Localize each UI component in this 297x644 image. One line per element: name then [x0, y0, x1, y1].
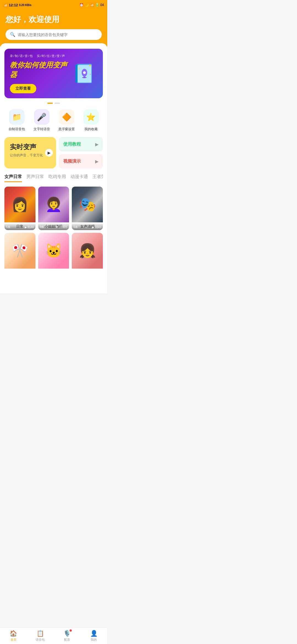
float-window-label: 悬浮窗设置	[58, 127, 75, 132]
banner[interactable]: 录/制/语/音/包 实/时/任/意/变/声 教你如何使用变声器 立即查看 ★ ★	[4, 49, 103, 98]
battery-num: 04	[100, 3, 104, 7]
search-icon: 🔍	[10, 32, 15, 37]
realtime-title: 实时变声	[10, 143, 51, 151]
pack-count-daily: 5条	[6, 225, 10, 229]
time: 12:12	[9, 3, 18, 7]
svg-text:●: ●	[90, 73, 91, 75]
pack-name-cute	[38, 269, 69, 271]
quick-icons: 📁 自制语音包 🎤 文字转语音 🔶 悬浮窗设置 ⭐ 我的收藏	[4, 109, 103, 132]
pack-image-female-sing: 🎭	[72, 187, 103, 222]
pack-name-girl3	[72, 269, 103, 271]
banner-subtitle: 录/制/语/音/包 实/时/任/意/变/声	[10, 54, 70, 58]
status-bar: 📶 12:12 0.20 KB/s ⏰ 🌙 📶 🔋 04	[0, 0, 107, 10]
search-input[interactable]	[18, 32, 97, 37]
feature-right: 使用教程 ▶ 视频演示 ▶	[59, 137, 103, 168]
packs-grid: 👩 5条 ▶ 8144 日常 👩‍🦱 9条 ▶ 10.8万 小姐姐清唱 🎭	[4, 187, 103, 271]
pack-count-female-sing: 5条	[73, 225, 78, 229]
favorites-label: 我的收藏	[84, 127, 98, 132]
text-to-speech-icon: 🎤	[37, 113, 46, 122]
tab-female-daily[interactable]: 女声日常	[4, 174, 22, 182]
pack-item-anime-girl[interactable]: 🎌	[4, 233, 35, 271]
video-label: 视频演示	[63, 159, 81, 164]
pack-plays-female-sing: ▶ 3343	[92, 226, 101, 229]
svg-text:★: ★	[89, 64, 92, 67]
category-tabs: 女声日常 男声日常 吃鸡专用 动漫卡通 王者荣耀	[4, 174, 103, 182]
video-card[interactable]: 视频演示 ▶	[59, 154, 103, 168]
wifi-icon: 📶	[90, 3, 94, 7]
dot-1[interactable]	[47, 103, 53, 104]
quick-item-custom-pack[interactable]: 📁 自制语音包	[9, 109, 25, 132]
status-left: 📶 12:12 0.20 KB/s	[3, 3, 31, 7]
banner-image: ★ ★ ●	[70, 57, 97, 90]
pack-image-anime-girl: 🎌	[4, 233, 35, 269]
custom-pack-label: 自制语音包	[9, 127, 25, 132]
tab-male-daily[interactable]: 男声日常	[26, 174, 44, 182]
realtime-voice-card[interactable]: 实时变声 让你的声音，千变万化 ▶	[4, 137, 56, 168]
network-icon: 📶	[3, 3, 8, 7]
dot-2[interactable]	[54, 103, 60, 104]
custom-pack-icon-bg: 📁	[9, 109, 24, 125]
pack-overlay-female-sing: 5条 ▶ 3343	[72, 223, 103, 230]
pack-item-girl3[interactable]: 👧	[72, 233, 103, 271]
tab-eating-chicken[interactable]: 吃鸡专用	[48, 174, 66, 182]
tab-anime-cartoon[interactable]: 动漫卡通	[70, 174, 88, 182]
realtime-arrow: ▶	[45, 149, 53, 157]
tutorial-label: 使用教程	[63, 141, 81, 147]
banner-content: 录/制/语/音/包 实/时/任/意/变/声 教你如何使用变声器 立即查看	[10, 54, 70, 93]
alarm-icon: ⏰	[79, 3, 84, 7]
pack-plays-daily: ▶ 8144	[25, 226, 34, 229]
text-to-speech-icon-bg: 🎤	[34, 109, 50, 125]
pack-overlay-daily: 5条 ▶ 8144	[4, 223, 35, 230]
banner-dots	[4, 103, 103, 104]
header: 您好，欢迎使用 🔍	[0, 10, 107, 47]
svg-point-6	[83, 71, 86, 74]
svg-text:★: ★	[78, 67, 80, 70]
quick-item-favorites[interactable]: ⭐ 我的收藏	[83, 109, 99, 132]
pack-name-anime-girl	[4, 269, 35, 271]
battery-icon: 🔋	[95, 3, 99, 7]
page-title: 您好，欢迎使用	[6, 14, 102, 25]
banner-button[interactable]: 立即查看	[10, 84, 36, 93]
tutorial-card[interactable]: 使用教程 ▶	[59, 137, 103, 151]
banner-title: 教你如何使用变声器	[10, 60, 70, 80]
favorites-icon-bg: ⭐	[83, 109, 99, 125]
realtime-subtitle: 让你的声音，千变万化	[10, 153, 51, 158]
book-illustration: ★ ★ ●	[73, 61, 95, 86]
status-right: ⏰ 🌙 📶 🔋 04	[79, 3, 104, 7]
quick-item-text-to-speech[interactable]: 🎤 文字转语音	[34, 109, 50, 132]
data-speed: 0.20 KB/s	[19, 4, 31, 7]
video-arrow-icon: ▶	[95, 159, 98, 164]
pack-image-girl3: 👧	[72, 233, 103, 269]
tutorial-arrow-icon: ▶	[95, 142, 98, 147]
main-content: 录/制/语/音/包 实/时/任/意/变/声 教你如何使用变声器 立即查看 ★ ★	[0, 43, 107, 293]
pack-image-daily: 👩	[4, 187, 35, 222]
pack-plays-sister: ▶ 10.8万	[56, 225, 67, 229]
tab-king-glory[interactable]: 王者荣耀	[92, 174, 103, 182]
pack-image-cute: 🐱	[38, 233, 69, 269]
pack-item-female-sing[interactable]: 🎭 5条 ▶ 3343 女声清唱	[72, 187, 103, 230]
pack-image-sister: 👩‍🦱	[38, 187, 69, 222]
pack-item-cute[interactable]: 🐱	[38, 233, 69, 271]
pack-item-sister[interactable]: 👩‍🦱 9条 ▶ 10.8万 小姐姐清唱	[38, 187, 69, 230]
moon-icon: 🌙	[85, 3, 89, 7]
float-window-icon-bg: 🔶	[59, 109, 74, 125]
pack-overlay-sister: 9条 ▶ 10.8万	[38, 223, 69, 230]
feature-row: 实时变声 让你的声音，千变万化 ▶ 使用教程 ▶ 视频演示 ▶	[4, 137, 103, 168]
text-to-speech-label: 文字转语音	[34, 127, 50, 132]
pack-item-daily[interactable]: 👩 5条 ▶ 8144 日常	[4, 187, 35, 230]
custom-pack-icon: 📁	[12, 113, 22, 122]
favorites-icon: ⭐	[86, 113, 96, 122]
float-window-icon: 🔶	[62, 113, 72, 122]
search-bar[interactable]: 🔍	[6, 29, 102, 40]
quick-item-float-window[interactable]: 🔶 悬浮窗设置	[58, 109, 75, 132]
pack-count-sister: 9条	[40, 225, 44, 229]
